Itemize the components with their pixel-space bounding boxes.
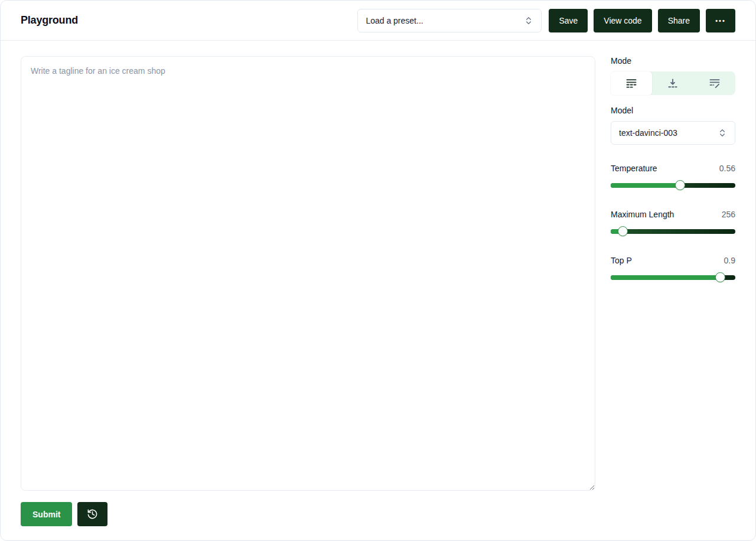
mode-segmented-control <box>611 71 735 95</box>
max-length-label: Maximum Length <box>611 210 674 219</box>
top-p-slider-group: Top P 0.9 <box>611 256 735 280</box>
page-title: Playground <box>21 14 78 27</box>
sliders-section: Temperature 0.56 Maximum Length 256 <box>611 164 735 280</box>
main-content: Submit Mode <box>1 41 755 541</box>
temperature-slider[interactable] <box>611 183 735 188</box>
model-select[interactable]: text-davinci-003 <box>611 121 735 145</box>
insert-mode-icon <box>667 77 679 89</box>
top-p-label: Top P <box>611 256 632 265</box>
model-field: Model text-davinci-003 <box>611 106 735 145</box>
more-options-button[interactable]: ••• <box>706 9 735 32</box>
model-select-value: text-davinci-003 <box>619 128 677 138</box>
chevrons-up-down-icon <box>718 128 727 138</box>
mode-field: Mode <box>611 56 735 95</box>
save-button[interactable]: Save <box>549 9 588 32</box>
temperature-value: 0.56 <box>719 164 735 173</box>
prompt-textarea[interactable] <box>21 56 595 491</box>
submit-button[interactable]: Submit <box>21 502 72 526</box>
chevrons-up-down-icon <box>524 16 533 25</box>
top-p-slider[interactable] <box>611 275 735 280</box>
temperature-slider-thumb[interactable] <box>675 180 685 190</box>
mode-tab-edit[interactable] <box>694 71 735 95</box>
preset-select[interactable]: Load a preset... <box>357 9 542 32</box>
view-code-button[interactable]: View code <box>594 9 651 32</box>
editor-panel: Submit <box>21 56 595 526</box>
history-icon <box>87 509 98 520</box>
edit-mode-icon <box>709 77 721 89</box>
max-length-slider[interactable] <box>611 229 735 234</box>
history-button[interactable] <box>77 502 107 526</box>
settings-sidebar: Mode Model text-davinci-003 <box>611 56 735 526</box>
mode-tab-insert[interactable] <box>652 71 693 95</box>
slider-fill <box>611 275 721 280</box>
editor-actions: Submit <box>21 502 595 526</box>
top-p-value: 0.9 <box>724 256 735 265</box>
max-length-value: 256 <box>722 210 735 219</box>
header-actions: Load a preset... Save View code Share ••… <box>357 9 735 32</box>
max-length-slider-group: Maximum Length 256 <box>611 210 735 234</box>
mode-label: Mode <box>611 56 735 66</box>
temperature-slider-group: Temperature 0.56 <box>611 164 735 188</box>
complete-mode-icon <box>625 77 637 89</box>
slider-fill <box>611 183 680 188</box>
playground-window: Playground Load a preset... Save View co… <box>0 0 756 541</box>
temperature-label: Temperature <box>611 164 657 173</box>
header: Playground Load a preset... Save View co… <box>1 1 755 41</box>
top-p-slider-thumb[interactable] <box>715 272 725 282</box>
max-length-slider-thumb[interactable] <box>618 226 628 236</box>
mode-tab-complete[interactable] <box>611 71 652 95</box>
share-button[interactable]: Share <box>658 9 700 32</box>
model-label: Model <box>611 106 735 115</box>
preset-select-value: Load a preset... <box>366 16 423 25</box>
